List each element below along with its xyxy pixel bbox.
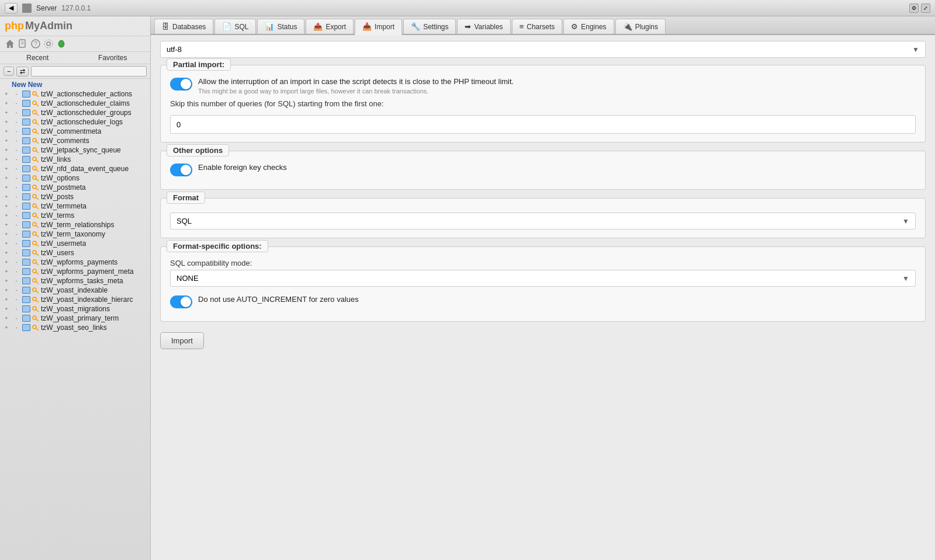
expand-icon: +	[2, 239, 11, 248]
tree-item[interactable]: + - tzW_yoast_primary_term	[0, 314, 150, 323]
tree-item[interactable]: + - tzW_actionscheduler_groups	[0, 108, 150, 117]
favorites-tab[interactable]: Favorites	[75, 52, 151, 64]
tree-item[interactable]: + - tzW_wpforms_payment_meta	[0, 267, 150, 276]
tree-item[interactable]: + - tzW_commentmeta	[0, 127, 150, 136]
svg-line-9	[36, 95, 39, 97]
key-icon	[32, 305, 39, 312]
nav-tab-engines[interactable]: ⚙Engines	[563, 19, 614, 34]
partial-import-toggle[interactable]	[170, 78, 192, 91]
tree-item[interactable]: + - tzW_yoast_seo_links	[0, 323, 150, 332]
home-icon[interactable]	[5, 39, 15, 49]
svg-point-48	[33, 279, 36, 282]
tree-item[interactable]: + - tzW_comments	[0, 136, 150, 145]
import-button[interactable]: Import	[160, 332, 204, 349]
toggle-track-ai[interactable]	[170, 295, 192, 308]
partial-import-toggle-row: Allow the interruption of an import in c…	[170, 77, 916, 95]
tree-item[interactable]: + - tzW_actionscheduler_claims	[0, 99, 150, 108]
key-icon	[32, 91, 39, 98]
tab-icon-variables: ➡	[465, 22, 471, 31]
charset-select[interactable]: utf-8 ▼	[160, 41, 926, 58]
tree-item[interactable]: + - tzW_yoast_migrations	[0, 304, 150, 314]
minus-icon: -	[12, 146, 20, 154]
collapse-all-btn[interactable]: −	[4, 67, 14, 76]
svg-line-29	[36, 188, 39, 190]
key-icon	[32, 137, 39, 144]
nav-tab-settings[interactable]: 🔧Settings	[403, 19, 456, 34]
table-name: tzW_wpforms_payment_meta	[41, 267, 134, 276]
key-icon	[32, 165, 39, 172]
key-icon	[32, 249, 39, 256]
tree-item[interactable]: + - tzW_yoast_indexable	[0, 286, 150, 295]
nav-tab-variables[interactable]: ➡Variables	[457, 19, 510, 34]
tree-item[interactable]: + - tzW_wpforms_payments	[0, 258, 150, 267]
table-name: tzW_actionscheduler_claims	[41, 99, 130, 107]
expand-all-btn[interactable]: ⇄	[16, 67, 29, 76]
expand-icon: +	[2, 174, 11, 182]
table-name: tzW_yoast_indexable	[41, 286, 108, 294]
expand-icon: +	[2, 314, 11, 322]
toggle-track-partial[interactable]	[170, 78, 192, 91]
minus-icon: -	[12, 239, 20, 248]
svg-line-55	[36, 309, 39, 312]
settings-btn[interactable]: ⚙	[909, 4, 919, 13]
table-icon	[22, 249, 30, 256]
key-icon	[32, 203, 39, 210]
nav-tab-import[interactable]: 📥Import	[355, 19, 402, 35]
expand-icon: +	[2, 324, 11, 332]
auto-increment-toggle[interactable]	[170, 295, 192, 308]
tree-item[interactable]: + - tzW_posts	[0, 192, 150, 201]
tree-item[interactable]: + - tzW_users	[0, 248, 150, 258]
toggle-track-fk[interactable]	[170, 164, 192, 176]
tree-item[interactable]: + - tzW_termmeta	[0, 201, 150, 211]
restore-btn[interactable]: ⤢	[921, 4, 930, 13]
sql-compat-value: NONE	[176, 274, 199, 283]
tree-item[interactable]: + - tzW_term_relationships	[0, 220, 150, 229]
svg-point-44	[33, 260, 36, 263]
tree-item[interactable]: + - tzW_actionscheduler_actions	[0, 89, 150, 99]
table-name: tzW_actionscheduler_logs	[41, 118, 123, 126]
nav-tab-sql[interactable]: 📄SQL	[214, 19, 256, 34]
table-name: tzW_yoast_primary_term	[41, 314, 119, 322]
tree-item[interactable]: + - tzW_wpforms_tasks_meta	[0, 276, 150, 286]
gear-icon[interactable]	[43, 39, 54, 49]
sidebar-tree: New New + - tzW_actionscheduler_actions …	[0, 79, 150, 560]
tree-item[interactable]: + - tzW_term_taxonomy	[0, 229, 150, 239]
tab-icon-export: 📤	[313, 22, 323, 31]
logo: phpMyAdmin	[5, 20, 72, 32]
doc-icon[interactable]	[18, 39, 28, 49]
sidebar-icon-row: ?	[0, 36, 150, 52]
minus-icon: -	[12, 277, 20, 285]
minus-icon: -	[12, 305, 20, 313]
nav-tab-export[interactable]: 📤Export	[306, 19, 354, 34]
partial-import-toggle-label: Allow the interruption of an import in c…	[198, 77, 514, 86]
key-icon	[32, 296, 39, 303]
tree-item[interactable]: + - tzW_nfd_data_event_queue	[0, 164, 150, 173]
nav-tab-plugins[interactable]: 🔌Plugins	[615, 19, 666, 34]
foreign-key-toggle[interactable]	[170, 164, 192, 176]
minus-icon: -	[12, 183, 20, 192]
tree-item[interactable]: + - tzW_postmeta	[0, 183, 150, 192]
tree-item[interactable]: + - tzW_yoast_indexable_hierarc	[0, 295, 150, 304]
new-icon: New	[28, 81, 43, 89]
nav-tab-status[interactable]: 📊Status	[257, 19, 304, 34]
recent-tab[interactable]: Recent	[0, 52, 75, 64]
svg-point-56	[33, 316, 36, 319]
tree-item[interactable]: + - tzW_links	[0, 155, 150, 164]
format-select[interactable]: SQL ▼	[170, 213, 916, 229]
leaf-icon[interactable]	[56, 39, 67, 49]
tree-new-item[interactable]: New New	[0, 80, 150, 89]
question-icon[interactable]: ?	[30, 39, 41, 49]
tree-item[interactable]: + - tzW_actionscheduler_logs	[0, 117, 150, 127]
skip-queries-input[interactable]	[170, 115, 916, 134]
nav-tab-databases[interactable]: 🗄Databases	[154, 19, 213, 34]
tree-item[interactable]: + - tzW_usermeta	[0, 239, 150, 248]
tree-item[interactable]: + - tzW_options	[0, 173, 150, 183]
db-search-input[interactable]	[31, 66, 147, 76]
partial-import-content: Allow the interruption of an import in c…	[161, 65, 925, 142]
tree-item[interactable]: + - tzW_terms	[0, 211, 150, 220]
tree-item[interactable]: + - tzW_jetpack_sync_queue	[0, 145, 150, 155]
nav-tab-charsets[interactable]: ≡Charsets	[512, 19, 563, 34]
back-button[interactable]: ◀	[5, 3, 18, 13]
sql-compat-select[interactable]: NONE ▼	[170, 270, 916, 287]
svg-line-15	[36, 123, 39, 125]
